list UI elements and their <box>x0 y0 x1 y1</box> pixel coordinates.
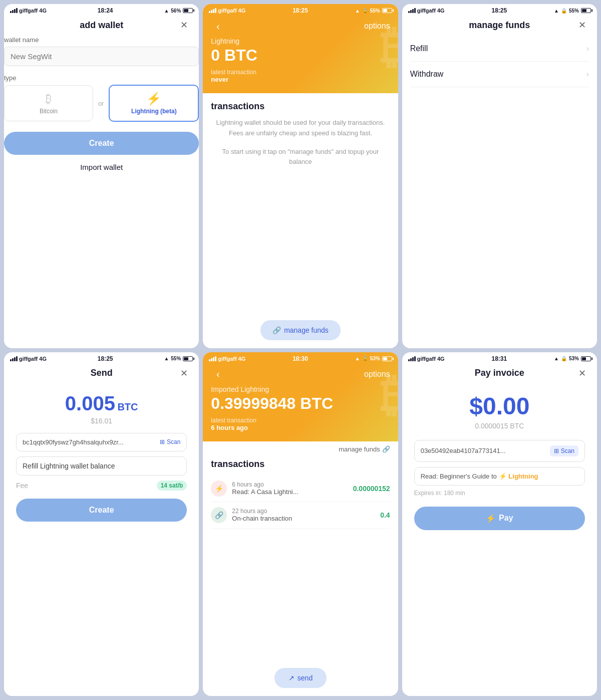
pay-button[interactable]: ⚡ Pay <box>414 507 585 530</box>
status-right-6: ▲ 🔒 53% <box>554 356 591 361</box>
battery-icon-2 <box>382 8 392 13</box>
qr-icon-6: ⊞ <box>554 447 559 454</box>
withdraw-item[interactable]: Withdraw › <box>410 62 589 87</box>
status-right-1: ▲ 56% <box>164 8 193 14</box>
wallet-name-label: wallet name <box>4 36 199 44</box>
options-button-2[interactable]: options <box>364 22 390 31</box>
screen-lightning-funded: giffgaff 4G 18:30 ▲ 🔒 53% ‹ options Impo… <box>203 352 398 696</box>
nav-bar-2: ‹ options <box>211 19 390 37</box>
bitcoin-icon: ₿ <box>46 92 52 106</box>
expires-text: Expires in: 180 min <box>414 490 585 497</box>
battery-percent-3: 55% <box>569 8 579 14</box>
status-left-5: giffgaff 4G <box>209 356 245 362</box>
status-left-4: giffgaff 4G <box>10 356 47 362</box>
network-4: 4G <box>39 356 47 362</box>
lock-icon-5: 🔒 <box>362 356 368 361</box>
memo-input[interactable] <box>16 456 187 476</box>
carrier-5: giffgaff <box>218 356 236 362</box>
refill-label: Refill <box>410 44 428 53</box>
carrier-6: giffgaff <box>417 356 436 362</box>
status-right-4: ▲ 55% <box>164 356 193 361</box>
import-wallet-link[interactable]: Import wallet <box>4 163 199 171</box>
scan-button-6[interactable]: ⊞ Scan <box>550 445 578 456</box>
close-button-1[interactable]: ✕ <box>177 18 191 32</box>
send-amount-unit: BTC <box>117 401 138 412</box>
battery-percent-4: 55% <box>171 356 181 361</box>
or-divider: or <box>98 100 104 107</box>
wallet-amount-2: 0 BTC <box>211 46 390 65</box>
time-2: 18:25 <box>292 7 308 14</box>
status-right-3: ▲ 🔒 55% <box>554 8 591 14</box>
nav-bar-1: add wallet ✕ <box>4 16 199 36</box>
screen-lightning-empty: giffgaff 4G 18:25 ▲ 🔒 55% ‹ options Ligh… <box>203 4 398 348</box>
battery-percent-5: 53% <box>370 356 380 361</box>
send-amount-usd: $16.01 <box>16 417 187 425</box>
create-button-1[interactable]: Create <box>4 132 199 155</box>
signal-icon-5 <box>209 356 216 361</box>
fee-row: Fee 14 sat/b <box>16 481 187 491</box>
screen-manage-funds: giffgaff 4G 18:25 ▲ 🔒 55% manage funds ✕… <box>402 4 597 348</box>
close-button-3[interactable]: ✕ <box>575 18 589 32</box>
nav-bar-4: Send ✕ <box>4 364 199 384</box>
send-button-5[interactable]: ↗ send <box>274 668 327 688</box>
bitcoin-label: Bitcoin <box>40 108 58 115</box>
manage-funds-link-5[interactable]: manage funds 🔗 <box>339 445 390 453</box>
tx-info-0: 6 hours ago Read: A Casa Lightni... <box>232 481 348 496</box>
lock-icon-3: 🔒 <box>561 8 567 14</box>
location-icon-4: ▲ <box>164 356 169 361</box>
time-1: 18:24 <box>98 7 113 14</box>
refill-chevron-icon: › <box>586 44 589 53</box>
back-button-5[interactable]: ‹ <box>211 367 225 381</box>
qr-icon-4: ⊞ <box>160 438 165 445</box>
wallet-type-lightning[interactable]: ⚡ Lightning (beta) <box>109 85 199 122</box>
send-content: 0.005 BTC $16.01 bc1qqtx90fyswz7gh4hsalq… <box>4 384 199 696</box>
page-title-4: Send <box>26 368 177 378</box>
signal-icon-6 <box>408 356 416 361</box>
nav-bar-3: manage funds ✕ <box>402 16 597 36</box>
screen-add-wallet: giffgaff 4G 18:24 ▲ 56% add wallet ✕ wal… <box>4 4 199 348</box>
tx-icon-lightning-0: ⚡ <box>211 481 227 497</box>
options-button-5[interactable]: options <box>364 370 390 379</box>
network-6: 4G <box>437 356 445 362</box>
scan-button-4[interactable]: ⊞ Scan <box>160 438 180 445</box>
wallet-type-bitcoin[interactable]: ₿ Bitcoin <box>4 85 93 121</box>
withdraw-chevron-icon: › <box>586 70 589 79</box>
time-6: 18:31 <box>491 355 507 362</box>
lock-icon-2: 🔒 <box>362 8 368 14</box>
page-title-3: manage funds <box>424 20 575 31</box>
lightning-header-2: ‹ options Lightning 0 BTC latest transac… <box>203 4 398 93</box>
status-bar-4: giffgaff 4G 18:25 ▲ 55% <box>4 352 199 364</box>
create-button-4[interactable]: Create <box>16 499 187 522</box>
close-button-4[interactable]: ✕ <box>177 366 191 380</box>
refill-item[interactable]: Refill › <box>410 36 589 62</box>
invoice-row: 03e50492eab4107a773141... ⊞ Scan <box>414 440 585 462</box>
transactions-section-5: transactions ⚡ 6 hours ago Read: A Casa … <box>203 455 398 660</box>
battery-icon-4 <box>183 356 193 361</box>
tx-icon-chain-1: 🔗 <box>211 507 227 523</box>
close-button-6[interactable]: ✕ <box>575 366 589 380</box>
wallet-type-selector: ₿ Bitcoin or ⚡ Lightning (beta) <box>4 85 199 122</box>
withdraw-label: Withdraw <box>410 70 444 79</box>
latest-tx-value-5: 6 hours ago <box>211 424 390 431</box>
wallet-amount-5: 0.39999848 BTC <box>211 394 390 413</box>
transactions-section-2: transactions Lightning wallet should be … <box>203 93 398 312</box>
manage-funds-link-wrap: manage funds 🔗 <box>203 441 398 455</box>
wallet-label-5: Imported Lightning <box>211 385 390 393</box>
wallet-name-input[interactable] <box>4 47 199 66</box>
lightning-icon: ⚡ <box>146 92 161 106</box>
pay-invoice-content: $0.00 0.0000015 BTC 03e50492eab4107a7731… <box>402 384 597 696</box>
carrier-3: giffgaff <box>417 8 436 14</box>
status-left-3: giffgaff 4G <box>408 8 445 14</box>
lightning-label: Lightning (beta) <box>131 108 177 115</box>
manage-funds-button-2[interactable]: 🔗 manage funds <box>260 320 341 340</box>
location-icon-6: ▲ <box>554 356 559 361</box>
status-bar-1: giffgaff 4G 18:24 ▲ 56% <box>4 4 199 16</box>
tx-amount-0: 0.00000152 <box>353 485 390 493</box>
manage-funds-wrap-2: 🔗 manage funds <box>203 312 398 348</box>
back-button-2[interactable]: ‹ <box>211 19 225 33</box>
battery-icon-3 <box>581 8 591 13</box>
send-icon-5: ↗ <box>288 674 294 682</box>
status-right-5: ▲ 🔒 53% <box>355 356 392 361</box>
link-icon-5: 🔗 <box>382 445 390 453</box>
status-bar-2: giffgaff 4G 18:25 ▲ 🔒 55% <box>203 4 398 16</box>
